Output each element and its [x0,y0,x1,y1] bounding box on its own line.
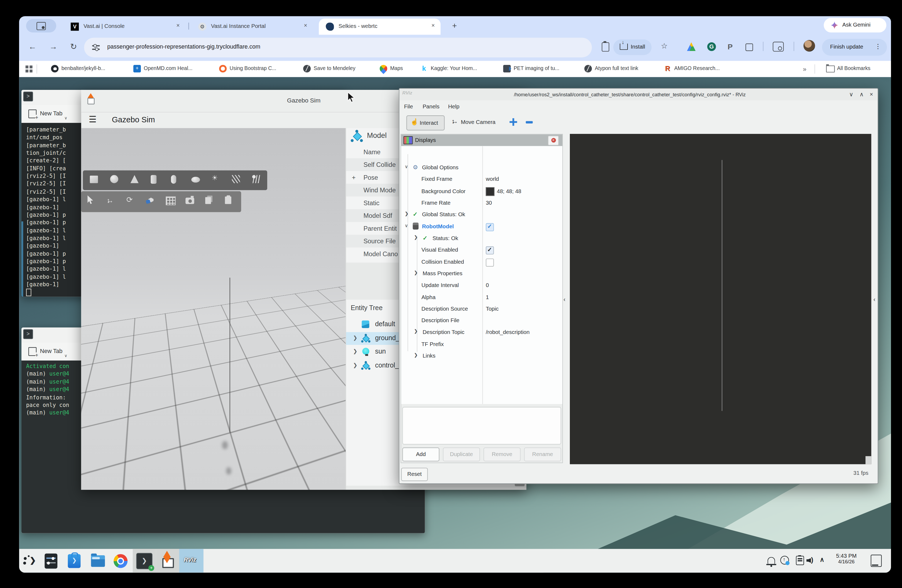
browser-menu-icon[interactable]: ⋮ [875,43,881,50]
move-camera-tool[interactable]: ↔↕Move Camera [448,115,501,129]
gazebo-taskbar-tile[interactable] [156,549,179,573]
chevron-down-icon[interactable]: ∨ [64,353,67,358]
gazebo-3d-viewport[interactable]: ☀ ↔↕⟳ ↻ ‹95.78 % [81,128,345,490]
rviz-window[interactable]: RViz /home/user/ros2_ws/install/control_… [399,88,879,484]
spot-light-tool-icon[interactable] [252,175,260,183]
expander-closed-icon[interactable]: ❯ [405,211,408,216]
notifications-icon[interactable] [767,557,775,564]
paste-tool-icon[interactable] [225,196,231,204]
tray-expand-icon[interactable]: ∧ [820,556,830,566]
checkbox-unchecked[interactable] [486,258,494,266]
bookmark-item[interactable]: Using Bootstrap C... [219,64,292,74]
property-value[interactable]: 48; 48; 48 [497,188,521,194]
chevron-right-icon[interactable]: ❯ [353,349,357,354]
terminal-taskbar-tile[interactable]: ❯ [133,549,156,573]
expander-open-icon[interactable]: ∨ [405,164,408,169]
extensions-puzzle-icon[interactable] [745,42,753,51]
expander-closed-icon[interactable]: ❯ [414,328,418,334]
remove-tool-icon[interactable] [526,121,533,124]
bookmark-item[interactable]: Maps [380,64,409,74]
maximize-icon[interactable]: ∧ [860,91,864,97]
back-icon[interactable]: ← [28,42,36,51]
bookmark-item[interactable]: PET imaging of tu... [503,64,573,74]
cone-tool-icon[interactable] [130,175,138,183]
property-value[interactable]: world [486,176,499,182]
display-row-description-source[interactable]: Description SourceTopic [401,303,562,315]
displays-close-button[interactable] [548,136,559,145]
display-row-description-file[interactable]: Description File [401,315,562,326]
url-text[interactable]: passenger-profession-representations-gig… [107,44,260,50]
menu-help[interactable]: Help [448,103,459,110]
expander-closed-icon[interactable]: ❯ [414,235,418,240]
software-store-icon[interactable] [68,554,81,568]
property-help-box[interactable] [402,407,561,444]
display-row-alpha[interactable]: Alpha1 [401,292,562,303]
display-row-frame-rate[interactable]: Frame Rate30 [401,197,562,209]
property-value[interactable]: 0 [486,281,489,288]
chevron-right-icon[interactable]: ❯ [353,362,357,368]
tab-close-icon[interactable]: × [431,22,435,28]
display-row-robotmodel[interactable]: ∨RobotModel [401,221,562,232]
add-tool-icon[interactable] [509,118,517,126]
color-swatch[interactable] [486,187,495,196]
close-icon[interactable]: × [869,91,873,97]
install-button[interactable]: Install [613,39,652,55]
bookmark-item[interactable]: kKaggle: Your Hom... [420,64,492,74]
capsule-tool-icon[interactable] [171,175,176,184]
bookmark-item[interactable]: Atypon full text link [584,64,652,74]
display-row-global-options[interactable]: ∨⚙Global Options [401,162,562,173]
bookmark-item[interactable]: Save to Mendeley [303,64,368,74]
add-button[interactable]: Add [402,447,440,461]
sphere-tool-icon[interactable] [110,175,118,183]
cylinder-tool-icon[interactable] [151,175,157,184]
display-row-links[interactable]: ❯Links [401,350,562,361]
interact-tool[interactable]: ☝Interact [406,115,445,130]
site-settings-icon[interactable] [92,44,100,51]
rviz-titlebar[interactable]: RViz /home/user/ros2_ws/install/control_… [399,89,878,100]
display-row-mass-properties[interactable]: ❯Mass Properties [401,268,562,279]
chevron-down-icon[interactable]: ∨ [64,116,67,120]
grammarly-extension-icon[interactable]: G [707,42,716,51]
expander-closed-icon[interactable]: ❯ [414,270,418,275]
volume-icon[interactable] [806,556,817,565]
rviz-3d-view[interactable] [570,134,871,464]
property-value[interactable]: /robot_description [486,328,529,335]
drive-extension-icon[interactable] [687,42,695,51]
app-launcher-icon[interactable] [23,555,36,567]
chrome-icon[interactable] [113,554,127,568]
finish-update-button[interactable]: Finish update ⋮ [822,39,887,56]
display-row-description-topic[interactable]: ❯Description Topic/robot_description [401,326,562,338]
chevron-right-icon[interactable]: ❯ [353,335,357,341]
grid-tool-icon[interactable] [166,196,176,205]
display-row-update-interval[interactable]: Update Interval0 [401,279,562,291]
tab-close-icon[interactable]: × [304,22,307,28]
checkbox-checked[interactable] [486,223,494,231]
display-row-status-ok[interactable]: ❯✓Status: Ok [401,232,562,244]
menu-panels[interactable]: Panels [423,103,440,110]
taskbar-clock[interactable]: 5:43 PM 4/16/26 [830,552,863,565]
menu-file[interactable]: File [404,103,413,110]
forward-icon[interactable]: → [49,42,57,51]
checkbox-checked[interactable] [486,246,494,254]
url-bar[interactable]: passenger-profession-representations-gig… [84,38,592,57]
show-desktop-button[interactable] [871,555,882,567]
display-row-collision-enabled[interactable]: Collision Enabled [401,256,562,268]
bookmark-item[interactable]: +OpenMD.com Heal... [133,64,208,74]
updates-icon[interactable] [780,556,789,565]
collapse-right-panel-icon[interactable]: ‹ [873,296,875,303]
new-tab-button[interactable]: + [452,21,457,30]
directional-light-tool-icon[interactable] [232,175,240,183]
terminal1-scrollbar[interactable] [22,221,23,297]
p-extension-icon[interactable]: P [726,42,734,51]
tab-vast-ai-console[interactable]: VVast.ai | Console× [64,19,186,34]
file-manager-icon[interactable] [91,555,105,567]
gazebo-menu-icon[interactable]: ☰ [89,114,97,125]
bookmark-item[interactable]: benbalter/jekyll-b... [51,64,122,74]
tab-search-pill[interactable] [26,19,56,33]
ask-gemini-button[interactable]: Ask Gemini [824,18,886,33]
reset-button[interactable]: Reset [401,468,428,481]
profile-avatar[interactable] [803,40,815,52]
tab-vast-ai-instance-portal[interactable]: ⚙Vast.ai Instance Portal× [191,19,313,34]
bookmarks-overflow-icon[interactable]: » [803,66,806,72]
display-row-background-color[interactable]: Background Color48; 48; 48 [401,185,562,197]
